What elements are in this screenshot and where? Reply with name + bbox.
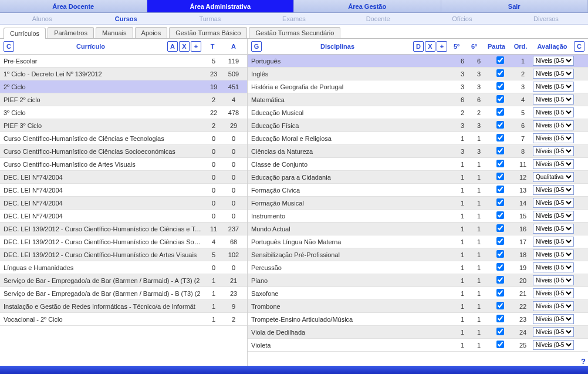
disciplina-aval-select[interactable]: Níveis (0-5)Qualitativa [533, 120, 574, 130]
disciplina-row[interactable]: Matemática664Níveis (0-5)Qualitativa [248, 93, 588, 106]
curriculo-row[interactable]: 1º Ciclo - Decreto Lei Nº 139/201223509 [0, 68, 247, 80]
curriculo-row[interactable]: 3º Ciclo22478 [0, 106, 247, 119]
disciplina-pauta-checkbox[interactable] [496, 95, 504, 103]
disciplina-row[interactable]: Percussão1119Níveis (0-5)Qualitativa [248, 261, 588, 274]
disciplinas-btn-c[interactable]: C [574, 41, 584, 52]
topnav-item[interactable]: Área Administrativa [147, 0, 295, 12]
disciplinas-btn-plus[interactable]: + [437, 41, 447, 52]
curriculo-row[interactable]: PIEF 3º Ciclo229 [0, 119, 247, 132]
disciplina-aval-select[interactable]: Níveis (0-5)Qualitativa [533, 185, 574, 195]
disciplina-pauta-checkbox[interactable] [496, 237, 504, 245]
disciplina-aval-select[interactable]: Níveis (0-5)Qualitativa [533, 69, 574, 79]
disciplina-pauta-checkbox[interactable] [496, 263, 504, 271]
disciplina-pauta-checkbox[interactable] [496, 224, 504, 232]
curriculo-btn-x[interactable]: X [179, 41, 190, 52]
subnav-item[interactable]: Cursos [84, 13, 168, 24]
curriculo-btn-c[interactable]: C [4, 41, 14, 52]
disciplina-aval-select[interactable]: Níveis (0-5)Qualitativa [533, 340, 574, 350]
disciplina-pauta-checkbox[interactable] [496, 341, 504, 348]
disciplina-row[interactable]: Saxofone1121Níveis (0-5)Qualitativa [248, 287, 588, 300]
disciplinas-btn-d[interactable]: D [413, 41, 424, 52]
disciplina-pauta-checkbox[interactable] [496, 160, 504, 167]
disciplina-row[interactable]: Inglês332Níveis (0-5)Qualitativa [248, 68, 588, 80]
disciplina-row[interactable]: História e Geografia de Portugal333Nívei… [248, 80, 588, 93]
curriculo-row[interactable]: Vocacional - 2º Ciclo12 [0, 313, 247, 326]
disciplina-pauta-checkbox[interactable] [496, 315, 504, 322]
disciplina-aval-select[interactable]: Níveis (0-5)Qualitativa [533, 237, 574, 247]
disciplina-row[interactable]: Instrumento1115Níveis (0-5)Qualitativa [248, 210, 588, 223]
disciplina-aval-select[interactable]: Níveis (0-5)Qualitativa [533, 275, 574, 285]
disciplina-aval-select[interactable]: Níveis (0-5)Qualitativa [533, 211, 574, 221]
curriculo-row[interactable]: DEC. LEI Nº74/200400 [0, 210, 247, 223]
disciplina-pauta-checkbox[interactable] [496, 276, 504, 284]
disciplina-pauta-checkbox[interactable] [496, 250, 504, 258]
disciplina-row[interactable]: Português Língua Não Materna1117Níveis (… [248, 235, 588, 248]
disciplina-row[interactable]: Trombone1122Níveis (0-5)Qualitativa [248, 300, 588, 313]
disciplina-row[interactable]: Piano1120Níveis (0-5)Qualitativa [248, 274, 588, 287]
disciplina-aval-select[interactable]: Níveis (0-5)Qualitativa [533, 262, 574, 272]
disciplina-aval-select[interactable]: Níveis (0-5)Qualitativa [533, 107, 574, 117]
disciplina-pauta-checkbox[interactable] [496, 147, 504, 154]
disciplina-row[interactable]: Viola de Dedilhada1124Níveis (0-5)Qualit… [248, 326, 588, 339]
curriculo-row[interactable]: DEC. LEI Nº74/200400 [0, 184, 247, 197]
disciplina-pauta-checkbox[interactable] [496, 211, 504, 219]
disciplina-row[interactable]: Português661Níveis (0-5)Qualitativa [248, 55, 588, 68]
disciplina-aval-select[interactable]: Níveis (0-5)Qualitativa [533, 301, 574, 311]
disciplina-aval-select[interactable]: Níveis (0-5)Qualitativa [533, 224, 574, 234]
subnav-item[interactable]: Docente [336, 13, 420, 24]
disciplina-pauta-checkbox[interactable] [496, 173, 504, 180]
curriculo-row[interactable]: DEC. LEI 139/2012 - Curso Científico-Hum… [0, 223, 247, 235]
disciplina-aval-select[interactable]: Níveis (0-5)Qualitativa [533, 146, 574, 156]
curriculo-row[interactable]: Pre-Escolar5119 [0, 55, 247, 68]
disciplina-pauta-checkbox[interactable] [496, 289, 504, 296]
subnav-item[interactable]: Ofícios [420, 13, 504, 24]
disciplina-aval-select[interactable]: Níveis (0-5)Qualitativa [533, 250, 574, 260]
disciplina-aval-select[interactable]: Níveis (0-5)Qualitativa [533, 95, 574, 105]
disciplina-row[interactable]: Trompete-Ensino Articulado/Música1123Nív… [248, 313, 588, 326]
disciplina-pauta-checkbox[interactable] [496, 121, 504, 129]
disciplina-row[interactable]: Educação Moral e Religiosa117Níveis (0-5… [248, 132, 588, 145]
disciplina-pauta-checkbox[interactable] [496, 108, 504, 116]
disciplina-aval-select[interactable]: Níveis (0-5)Qualitativa [533, 82, 574, 92]
tab[interactable]: Manuais [96, 27, 133, 38]
curriculo-row[interactable]: Serviço de Bar - Empregado/a de Bar (Bar… [0, 274, 247, 287]
disciplina-pauta-checkbox[interactable] [496, 198, 504, 206]
disciplina-aval-select[interactable]: Níveis (0-5)Qualitativa [533, 159, 574, 169]
disciplina-row[interactable]: Violeta1125Níveis (0-5)Qualitativa [248, 339, 588, 352]
curriculo-row[interactable]: 2º Ciclo19451 [0, 80, 247, 93]
curriculo-row[interactable]: DEC. LEI 139/2012 - Curso Científico-Hum… [0, 248, 247, 261]
disciplina-row[interactable]: Formação Cívica1113Níveis (0-5)Qualitati… [248, 184, 588, 197]
disciplina-aval-select[interactable]: Níveis (0-5)Qualitativa [533, 56, 574, 66]
disciplina-pauta-checkbox[interactable] [496, 56, 504, 64]
disciplina-pauta-checkbox[interactable] [496, 302, 504, 309]
subnav-item[interactable]: Exames [252, 13, 336, 24]
disciplina-aval-select[interactable]: Níveis (0-5)Qualitativa [533, 327, 574, 337]
subnav-item[interactable]: Turmas [168, 13, 252, 24]
disciplina-pauta-checkbox[interactable] [496, 69, 504, 77]
disciplina-pauta-checkbox[interactable] [496, 186, 504, 193]
disciplinas-btn-g[interactable]: G [251, 41, 262, 52]
tab[interactable]: Apoios [135, 27, 168, 38]
curriculo-row[interactable]: PIEF 2º ciclo24 [0, 93, 247, 106]
disciplina-row[interactable]: Formação Musical1114Níveis (0-5)Qualitat… [248, 197, 588, 210]
tab[interactable]: Gestão Turmas Básico [169, 27, 247, 38]
tab[interactable]: Parâmetros [48, 27, 94, 38]
curriculo-row[interactable]: Curso Científico-Humanístico de Artes Vi… [0, 158, 247, 171]
disciplina-row[interactable]: Classe de Conjunto1111Níveis (0-5)Qualit… [248, 158, 588, 171]
curriculo-row[interactable]: DEC. LEI 139/2012 - Curso Científico-Hum… [0, 235, 247, 248]
curriculo-row[interactable]: Curso Científico-Humanístico de Ciências… [0, 145, 247, 158]
disciplina-row[interactable]: Educação para a Cidadania1112Níveis (0-5… [248, 171, 588, 184]
tab[interactable]: Currículos [4, 28, 46, 39]
tab[interactable]: Gestão Turmas Secundário [249, 27, 340, 38]
subnav-item[interactable]: Alunos [0, 13, 84, 24]
disciplina-pauta-checkbox[interactable] [496, 134, 504, 141]
curriculo-row[interactable]: DEC. LEI Nº74/200400 [0, 171, 247, 184]
disciplina-aval-select[interactable]: Níveis (0-5)Qualitativa [533, 133, 574, 143]
topnav-item[interactable]: Sair [441, 0, 589, 12]
disciplinas-btn-x[interactable]: X [425, 41, 435, 52]
disciplina-aval-select[interactable]: Níveis (0-5)Qualitativa [533, 288, 574, 298]
disciplina-row[interactable]: Educação Física336Níveis (0-5)Qualitativ… [248, 119, 588, 132]
topnav-item[interactable]: Área Gestão [294, 0, 441, 12]
disciplina-aval-select[interactable]: Níveis (0-5)Qualitativa [533, 172, 574, 182]
topnav-item[interactable]: Área Docente [0, 0, 147, 12]
